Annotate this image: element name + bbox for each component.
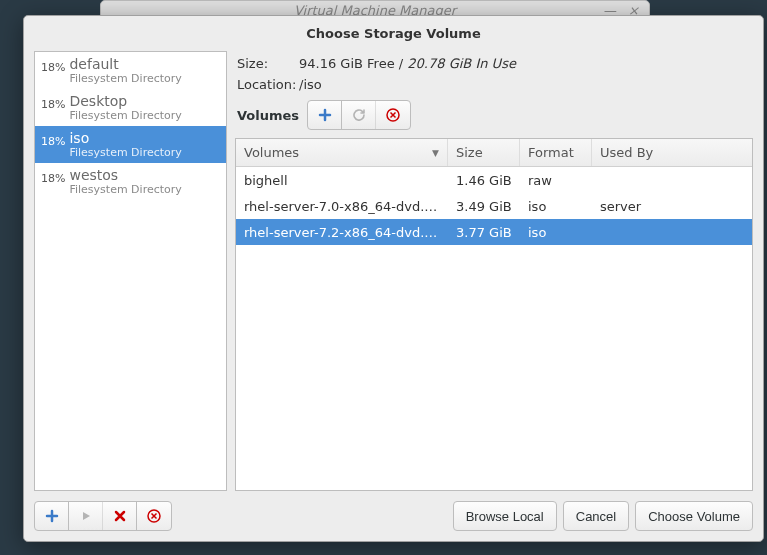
pool-usage-percent: 18%	[41, 167, 65, 185]
pool-toolbar	[34, 501, 172, 531]
pool-name: default	[69, 56, 181, 72]
table-body: bighell1.46 GiBrawrhel-server-7.0-x86_64…	[236, 167, 752, 490]
storage-volume-dialog: Choose Storage Volume 18%defaultFilesyst…	[23, 15, 764, 542]
cell-size: 3.77 GiB	[448, 225, 520, 240]
cell-volume: bighell	[236, 173, 448, 188]
pool-name: iso	[69, 130, 181, 146]
pool-usage-percent: 18%	[41, 56, 65, 74]
col-header-usedby[interactable]: Used By	[592, 139, 752, 166]
volumes-label: Volumes	[237, 108, 299, 123]
dialog-footer: Browse Local Cancel Choose Volume	[24, 491, 763, 541]
table-row[interactable]: rhel-server-7.0-x86_64-dvd.iso3.49 GiBis…	[236, 193, 752, 219]
pool-name: Desktop	[69, 93, 181, 109]
table-header: Volumes ▼ Size Format Used By	[236, 139, 752, 167]
col-header-size[interactable]: Size	[448, 139, 520, 166]
cell-size: 1.46 GiB	[448, 173, 520, 188]
volumes-toolbar-row: Volumes	[235, 98, 753, 132]
choose-volume-button[interactable]: Choose Volume	[635, 501, 753, 531]
pool-properties: Size: 94.16 GiB Free / 20.78 GiB In Use …	[235, 51, 753, 92]
size-inuse: 20.78 GiB In Use	[407, 56, 516, 71]
browse-local-button[interactable]: Browse Local	[453, 501, 557, 531]
refresh-icon	[352, 108, 366, 122]
cell-size: 3.49 GiB	[448, 199, 520, 214]
start-pool-button[interactable]	[69, 502, 103, 530]
pool-item[interactable]: 18%westosFilesystem Directory	[35, 163, 226, 200]
delete-circle-icon	[147, 509, 161, 523]
delete-pool-button[interactable]	[137, 502, 171, 530]
cell-format: iso	[520, 199, 592, 214]
cell-format: raw	[520, 173, 592, 188]
pool-type: Filesystem Directory	[69, 72, 181, 85]
pool-item[interactable]: 18%DesktopFilesystem Directory	[35, 89, 226, 126]
col-header-volumes[interactable]: Volumes ▼	[236, 139, 448, 166]
sort-indicator-icon: ▼	[432, 148, 439, 158]
add-pool-button[interactable]	[35, 502, 69, 530]
cancel-button[interactable]: Cancel	[563, 501, 629, 531]
pool-type: Filesystem Directory	[69, 146, 181, 159]
dialog-title: Choose Storage Volume	[24, 16, 763, 51]
refresh-volumes-button[interactable]	[342, 101, 376, 129]
add-volume-button[interactable]	[308, 101, 342, 129]
main-panel: Size: 94.16 GiB Free / 20.78 GiB In Use …	[235, 51, 753, 491]
volumes-table: Volumes ▼ Size Format Used By bighell1.4…	[235, 138, 753, 491]
delete-circle-icon	[386, 108, 400, 122]
pool-item[interactable]: 18%defaultFilesystem Directory	[35, 52, 226, 89]
size-label: Size:	[237, 56, 299, 71]
table-row[interactable]: bighell1.46 GiBraw	[236, 167, 752, 193]
pool-usage-percent: 18%	[41, 93, 65, 111]
location-value: /iso	[299, 77, 751, 92]
cell-usedby: server	[592, 199, 752, 214]
pool-item[interactable]: 18%isoFilesystem Directory	[35, 126, 226, 163]
x-icon	[113, 509, 127, 523]
pool-list: 18%defaultFilesystem Directory18%Desktop…	[34, 51, 227, 491]
delete-volume-button[interactable]	[376, 101, 410, 129]
plus-icon	[45, 509, 59, 523]
cell-volume: rhel-server-7.0-x86_64-dvd.iso	[236, 199, 448, 214]
size-free: 94.16 GiB Free	[299, 56, 395, 71]
stop-pool-button[interactable]	[103, 502, 137, 530]
pool-usage-percent: 18%	[41, 130, 65, 148]
pool-name: westos	[69, 167, 181, 183]
table-row[interactable]: rhel-server-7.2-x86_64-dvd.iso3.77 GiBis…	[236, 219, 752, 245]
play-icon	[80, 510, 92, 522]
col-header-format[interactable]: Format	[520, 139, 592, 166]
pool-type: Filesystem Directory	[69, 109, 181, 122]
size-value: 94.16 GiB Free / 20.78 GiB In Use	[299, 56, 751, 71]
pool-type: Filesystem Directory	[69, 183, 181, 196]
location-label: Location:	[237, 77, 299, 92]
volumes-toolbar	[307, 100, 411, 130]
cell-format: iso	[520, 225, 592, 240]
plus-icon	[318, 108, 332, 122]
cell-volume: rhel-server-7.2-x86_64-dvd.iso	[236, 225, 448, 240]
